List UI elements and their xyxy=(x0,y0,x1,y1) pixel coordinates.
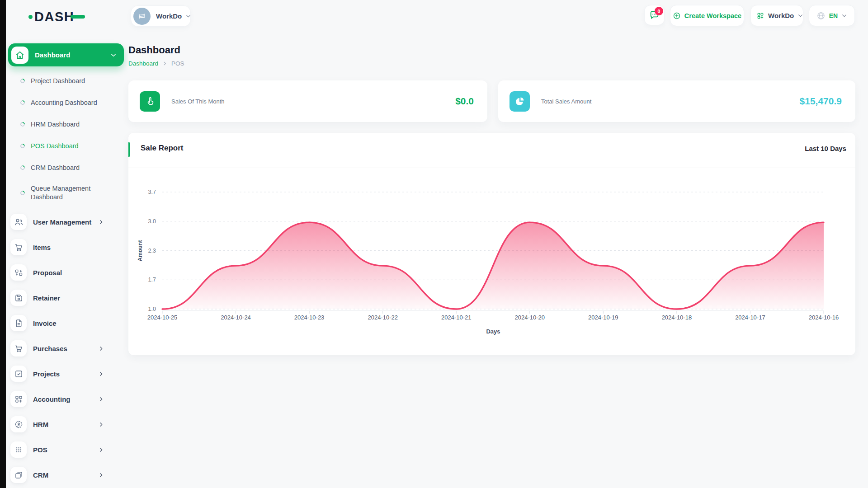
stat-value: $15,470.9 xyxy=(800,96,842,107)
sidebar-item-accounting[interactable]: Accounting xyxy=(6,386,128,412)
sidebar-item-proposal[interactable]: Proposal xyxy=(6,260,128,285)
notification-badge: 0 xyxy=(655,7,663,15)
dashboard-sub-list: Project Dashboard Accounting Dashboard H… xyxy=(6,70,128,207)
card-accent-bar xyxy=(128,142,130,157)
sale-report-svg: 1.01.72.33.03.7 2024-10-252024-10-242024… xyxy=(128,168,855,353)
stat-label: Sales Of This Month xyxy=(171,98,225,105)
globe-icon xyxy=(816,11,826,20)
svg-text:1.7: 1.7 xyxy=(148,277,156,283)
breadcrumb: Dashboard POS xyxy=(128,60,184,67)
sidebar-item-projects[interactable]: Projects xyxy=(6,361,128,386)
sidebar-item-accounting-dashboard[interactable]: Accounting Dashboard xyxy=(6,92,128,113)
bullet-icon xyxy=(19,121,26,127)
logo-text: DASH xyxy=(34,9,74,24)
bullet-icon xyxy=(19,143,26,149)
sidebar-item-pos-dashboard[interactable]: POS Dashboard xyxy=(6,135,128,157)
sidebar-item-hrm[interactable]: HRM xyxy=(6,412,128,437)
hand-tap-icon xyxy=(140,91,160,112)
create-workspace-button[interactable]: Create Workspace xyxy=(670,5,744,26)
y-axis-title: Amount xyxy=(137,240,143,262)
document-icon xyxy=(10,315,27,331)
stat-value: $0.0 xyxy=(455,96,474,107)
chevron-right-icon xyxy=(98,371,104,377)
chevron-right-icon xyxy=(162,61,167,66)
stat-label: Total Sales Amount xyxy=(541,98,591,105)
bullet-icon xyxy=(19,164,26,171)
page-title: Dashboard xyxy=(128,44,180,56)
bullet-icon xyxy=(19,78,26,84)
grid-plus-icon xyxy=(10,391,27,407)
svg-text:1.0: 1.0 xyxy=(148,306,156,312)
svg-text:3.0: 3.0 xyxy=(148,218,156,225)
sale-report-chart: 1.01.72.33.03.7 2024-10-252024-10-242024… xyxy=(128,168,855,353)
x-axis-title: Days xyxy=(486,328,500,335)
chevron-down-icon xyxy=(110,52,117,58)
sidebar-item-invoice[interactable]: Invoice xyxy=(6,310,128,336)
sidebar: DASH Dashboard Project Dashboard Account… xyxy=(6,0,128,488)
chevron-right-icon xyxy=(98,447,104,453)
chevron-down-icon xyxy=(841,13,847,19)
sidebar-item-retainer[interactable]: Retainer xyxy=(6,285,128,310)
sidebar-item-items[interactable]: Items xyxy=(6,235,128,260)
pos-dashboard-page: { "header": { "logo_text": "DASH", "work… xyxy=(0,0,868,488)
svg-text:2024-10-19: 2024-10-19 xyxy=(588,314,618,321)
stat-card-total-sales-amount: Total Sales Amount $15,470.9 xyxy=(498,80,855,122)
cart-icon xyxy=(10,340,27,357)
logo-dot-icon xyxy=(28,15,33,19)
app-logo[interactable]: DASH xyxy=(28,8,128,25)
grid-plus-icon xyxy=(756,12,764,20)
bullet-icon xyxy=(19,99,26,106)
svg-text:2024-10-17: 2024-10-17 xyxy=(735,314,765,321)
chevron-right-icon xyxy=(98,472,104,478)
main-content: Dashboard Dashboard POS Sales Of This Mo… xyxy=(128,32,868,488)
check-square-icon xyxy=(10,366,27,382)
workspace-menu-button[interactable]: WorkDo xyxy=(750,5,803,26)
breadcrumb-dashboard-link[interactable]: Dashboard xyxy=(128,60,158,67)
sidebar-item-hrm-dashboard[interactable]: HRM Dashboard xyxy=(6,113,128,135)
stat-card-sales-this-month: Sales Of This Month $0.0 xyxy=(128,80,487,122)
sidebar-item-crm-dashboard[interactable]: CRM Dashboard xyxy=(6,157,128,178)
workflow-icon xyxy=(10,264,27,281)
notifications-button[interactable]: 0 xyxy=(644,5,665,25)
building-avatar-icon xyxy=(133,8,151,25)
sidebar-item-project-dashboard[interactable]: Project Dashboard xyxy=(6,70,128,92)
pie-chart-icon xyxy=(509,91,530,112)
chevron-right-icon xyxy=(98,422,104,427)
dots-grid-icon xyxy=(10,441,27,458)
cart-icon xyxy=(10,239,27,255)
users-icon xyxy=(10,214,27,230)
top-bar: WorkDo 0 Create Workspace xyxy=(128,0,868,32)
language-selector[interactable]: EN xyxy=(809,5,855,26)
sidebar-item-label: Dashboard xyxy=(35,51,70,59)
svg-text:2024-10-16: 2024-10-16 xyxy=(809,314,839,321)
workspace-switcher[interactable]: WorkDo xyxy=(131,5,191,27)
chevron-down-icon xyxy=(797,13,803,19)
svg-text:2024-10-21: 2024-10-21 xyxy=(441,314,471,321)
chevron-right-icon xyxy=(98,219,104,225)
breadcrumb-current: POS xyxy=(171,60,184,67)
chevron-right-icon xyxy=(98,346,104,352)
person-circle-icon xyxy=(10,416,27,432)
plus-circle-icon xyxy=(673,12,681,20)
sidebar-item-pos[interactable]: POS xyxy=(6,437,128,462)
home-icon xyxy=(11,47,28,64)
bullet-icon xyxy=(19,190,26,196)
sidebar-item-queue-management-dashboard[interactable]: Queue Management Dashboard xyxy=(6,178,128,207)
svg-text:2024-10-20: 2024-10-20 xyxy=(515,314,545,321)
sidebar-menu: User Management Items Proposal xyxy=(6,209,128,488)
svg-text:2.3: 2.3 xyxy=(148,248,156,254)
floppy-icon xyxy=(10,290,27,306)
chevron-right-icon xyxy=(98,396,104,402)
chart-title: Sale Report xyxy=(141,144,183,153)
svg-text:2024-10-24: 2024-10-24 xyxy=(221,314,250,321)
sidebar-item-crm[interactable]: CRM xyxy=(6,462,128,488)
sidebar-item-purchases[interactable]: Purchases xyxy=(6,336,128,361)
svg-text:3.7: 3.7 xyxy=(148,189,156,195)
overlap-squares-icon xyxy=(10,467,27,483)
sidebar-item-dashboard[interactable]: Dashboard xyxy=(8,43,124,66)
logo-dash-icon xyxy=(71,15,85,19)
chevron-down-icon xyxy=(185,13,191,19)
svg-text:2024-10-22: 2024-10-22 xyxy=(368,314,398,321)
svg-text:2024-10-23: 2024-10-23 xyxy=(294,314,325,321)
sidebar-item-user-management[interactable]: User Management xyxy=(6,209,128,235)
